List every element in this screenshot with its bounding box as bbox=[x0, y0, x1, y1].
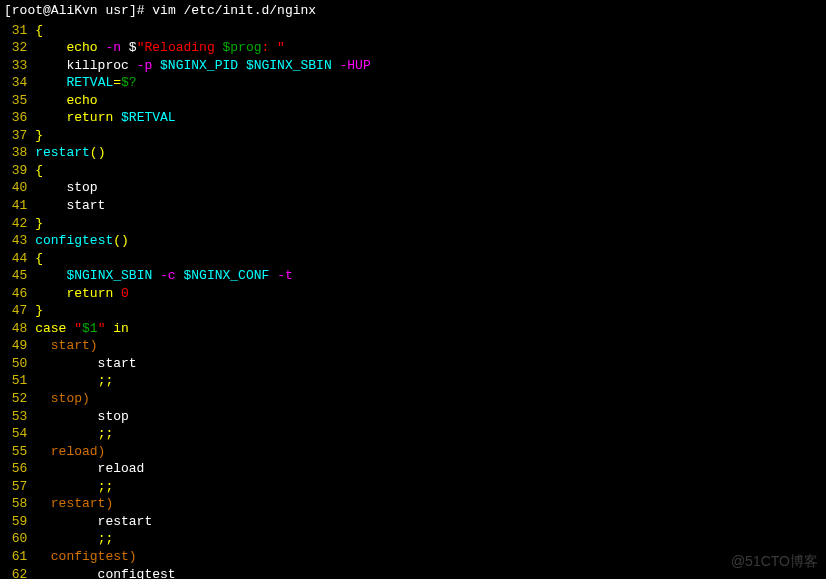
line-number: 58 bbox=[4, 496, 27, 511]
code-token bbox=[269, 268, 277, 283]
line-number: 50 bbox=[4, 356, 27, 371]
code-token bbox=[27, 531, 97, 546]
line-number: 47 bbox=[4, 303, 27, 318]
code-line: 40 stop bbox=[4, 179, 822, 197]
code-token bbox=[27, 93, 66, 108]
code-line: 55 reload) bbox=[4, 443, 822, 461]
code-token: $NGINX_CONF bbox=[183, 268, 269, 283]
code-line: 49 start) bbox=[4, 337, 822, 355]
code-token: return bbox=[66, 110, 113, 125]
code-line: 44 { bbox=[4, 250, 822, 268]
line-number: 55 bbox=[4, 444, 27, 459]
code-token: : " bbox=[262, 40, 285, 55]
code-token: $1 bbox=[82, 321, 98, 336]
code-token: $NGINX_PID bbox=[160, 58, 238, 73]
code-line: 46 return 0 bbox=[4, 285, 822, 303]
code-token bbox=[152, 268, 160, 283]
code-line: 35 echo bbox=[4, 92, 822, 110]
line-number: 59 bbox=[4, 514, 27, 529]
code-token: start) bbox=[51, 338, 98, 353]
code-token: start bbox=[27, 198, 105, 213]
code-token bbox=[27, 40, 66, 55]
code-line: 47 } bbox=[4, 302, 822, 320]
code-line: 51 ;; bbox=[4, 372, 822, 390]
code-token bbox=[27, 426, 97, 441]
code-token: { bbox=[35, 163, 43, 178]
code-token bbox=[238, 58, 246, 73]
code-token: configtest bbox=[35, 233, 113, 248]
line-number: 61 bbox=[4, 549, 27, 564]
code-line: 57 ;; bbox=[4, 478, 822, 496]
code-token: stop bbox=[27, 180, 97, 195]
code-token bbox=[27, 75, 66, 90]
code-token: stop) bbox=[51, 391, 90, 406]
code-token: $prog bbox=[223, 40, 262, 55]
code-token: restart bbox=[35, 145, 90, 160]
code-token bbox=[27, 444, 50, 459]
code-token bbox=[27, 549, 50, 564]
code-line: 31 { bbox=[4, 22, 822, 40]
code-token bbox=[27, 268, 66, 283]
code-token: $NGINX_SBIN bbox=[66, 268, 152, 283]
code-token bbox=[113, 110, 121, 125]
code-token: "Reloading bbox=[137, 40, 223, 55]
prompt-at: @ bbox=[43, 3, 51, 18]
code-line: 45 $NGINX_SBIN -c $NGINX_CONF -t bbox=[4, 267, 822, 285]
line-number: 43 bbox=[4, 233, 27, 248]
prompt-cwd: usr bbox=[105, 3, 128, 18]
code-token: configtest bbox=[27, 567, 175, 580]
prompt-bracket-close: ]# bbox=[129, 3, 152, 18]
code-token bbox=[152, 58, 160, 73]
prompt-arg: /etc/init.d/nginx bbox=[184, 3, 317, 18]
code-token: -c bbox=[160, 268, 176, 283]
code-line: 41 start bbox=[4, 197, 822, 215]
prompt-bracket-open: [ bbox=[4, 3, 12, 18]
code-token: -p bbox=[137, 58, 153, 73]
line-number: 31 bbox=[4, 23, 27, 38]
code-line: 61 configtest) bbox=[4, 548, 822, 566]
line-number: 38 bbox=[4, 145, 27, 160]
line-number: 36 bbox=[4, 110, 27, 125]
code-token bbox=[27, 479, 97, 494]
code-line: 38 restart() bbox=[4, 144, 822, 162]
code-token: ;; bbox=[98, 531, 114, 546]
code-token: echo bbox=[66, 40, 97, 55]
line-number: 48 bbox=[4, 321, 27, 336]
code-line: 58 restart) bbox=[4, 495, 822, 513]
code-line: 33 killproc -p $NGINX_PID $NGINX_SBIN -H… bbox=[4, 57, 822, 75]
code-token: { bbox=[35, 23, 43, 38]
code-token: restart bbox=[27, 514, 152, 529]
code-token: -n bbox=[105, 40, 121, 55]
vim-editor[interactable]: 31 { 32 echo -n $"Reloading $prog: " 33 … bbox=[0, 22, 826, 579]
code-token: ;; bbox=[98, 479, 114, 494]
code-token: ;; bbox=[98, 373, 114, 388]
code-line: 62 configtest bbox=[4, 566, 822, 580]
code-token bbox=[27, 338, 50, 353]
code-token: restart) bbox=[51, 496, 113, 511]
code-token: RETVAL bbox=[66, 75, 113, 90]
code-token bbox=[113, 286, 121, 301]
line-number: 35 bbox=[4, 93, 27, 108]
line-number: 44 bbox=[4, 251, 27, 266]
code-token: return bbox=[66, 286, 113, 301]
line-number: 60 bbox=[4, 531, 27, 546]
line-number: 54 bbox=[4, 426, 27, 441]
code-token: in bbox=[113, 321, 129, 336]
line-number: 45 bbox=[4, 268, 27, 283]
line-number: 42 bbox=[4, 216, 27, 231]
code-token: -t bbox=[277, 268, 293, 283]
code-line: 54 ;; bbox=[4, 425, 822, 443]
line-number: 39 bbox=[4, 163, 27, 178]
code-token: $? bbox=[121, 75, 137, 90]
code-token: () bbox=[113, 233, 129, 248]
line-number: 62 bbox=[4, 567, 27, 580]
line-number: 46 bbox=[4, 286, 27, 301]
prompt-user: root bbox=[12, 3, 43, 18]
prompt-host: AliKvn bbox=[51, 3, 98, 18]
code-token: " bbox=[74, 321, 82, 336]
code-token: ;; bbox=[98, 426, 114, 441]
code-token: () bbox=[90, 145, 106, 160]
code-token: 0 bbox=[121, 286, 129, 301]
code-line: 53 stop bbox=[4, 408, 822, 426]
code-line: 42 } bbox=[4, 215, 822, 233]
